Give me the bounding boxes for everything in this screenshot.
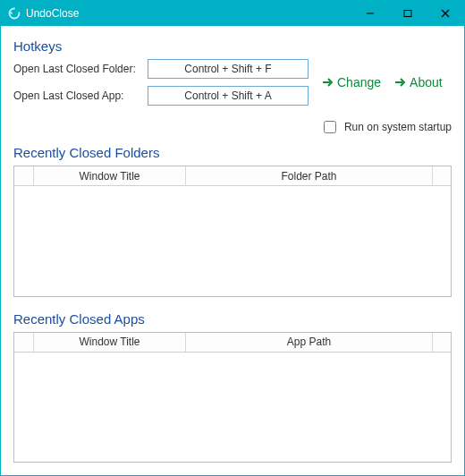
folders-table-header: Window Title Folder Path: [14, 166, 451, 186]
run-on-startup-checkbox[interactable]: [324, 121, 336, 133]
folders-col-scroll-spacer: [433, 166, 451, 185]
apps-table[interactable]: Window Title App Path: [13, 332, 452, 463]
apps-col-window-title[interactable]: Window Title: [34, 333, 186, 352]
hotkey-row-app: Open Last Closed App:: [13, 86, 309, 106]
change-button[interactable]: Change: [321, 75, 381, 89]
arrow-right-icon: [321, 76, 334, 89]
arrow-right-icon: [393, 76, 406, 89]
hotkey-row-folder: Open Last Closed Folder:: [13, 59, 309, 79]
close-button[interactable]: [427, 1, 464, 26]
apps-table-body: [14, 353, 451, 463]
apps-col-app-path[interactable]: App Path: [186, 333, 433, 352]
titlebar[interactable]: UndoClose: [1, 1, 464, 26]
recently-closed-folders-heading: Recently Closed Folders: [13, 145, 452, 160]
hotkey-folder-input[interactable]: [148, 59, 309, 79]
hotkey-app-label: Open Last Closed App:: [13, 89, 139, 102]
about-button[interactable]: About: [393, 75, 443, 89]
folders-col-window-title[interactable]: Window Title: [34, 166, 186, 185]
recently-closed-apps-heading: Recently Closed Apps: [13, 311, 452, 327]
change-button-label: Change: [337, 75, 381, 89]
hotkeys-heading: Hotkeys: [13, 38, 452, 54]
folders-col-spacer: [14, 166, 34, 185]
folders-table[interactable]: Window Title Folder Path: [13, 166, 452, 297]
apps-table-header: Window Title App Path: [14, 333, 451, 353]
folders-col-folder-path[interactable]: Folder Path: [186, 166, 433, 185]
window-title: UndoClose: [26, 7, 79, 20]
run-on-startup-label: Run on system startup: [344, 121, 452, 133]
minimize-button[interactable]: [351, 1, 389, 26]
content-area: Hotkeys Open Last Closed Folder: Open La…: [1, 26, 464, 475]
hotkey-folder-label: Open Last Closed Folder:: [13, 63, 139, 75]
folders-table-body: [14, 186, 451, 296]
svg-rect-2: [404, 11, 411, 17]
startup-row: Run on system startup: [13, 118, 452, 136]
apps-col-spacer: [14, 333, 34, 352]
about-button-label: About: [410, 75, 443, 89]
hotkey-app-input[interactable]: [148, 86, 309, 106]
maximize-button[interactable]: [389, 1, 427, 26]
app-icon: [8, 7, 21, 20]
hotkeys-area: Open Last Closed Folder: Open Last Close…: [13, 59, 452, 106]
apps-col-scroll-spacer: [433, 333, 451, 352]
